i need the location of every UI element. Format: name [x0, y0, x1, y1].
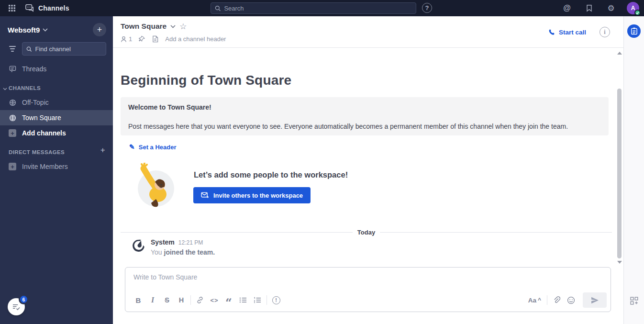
channel-header: Town Square ☆ 1	[113, 16, 623, 48]
message-sender[interactable]: System	[151, 238, 175, 246]
team-header[interactable]: Websoft9 +	[8, 23, 106, 36]
team-name: Websoft9	[8, 26, 40, 34]
global-search[interactable]	[211, 2, 416, 14]
emoji-smiley-icon	[567, 296, 575, 304]
product-switcher-icon[interactable]	[6, 2, 18, 14]
code-button[interactable]: <>	[207, 293, 222, 307]
favorite-star-icon[interactable]: ☆	[179, 22, 187, 31]
toolbar-divider	[547, 295, 547, 305]
sidebar-item-label: Threads	[22, 65, 46, 73]
at-icon: @	[563, 4, 571, 12]
channel-filter-button[interactable]	[6, 42, 19, 56]
formatting-toolbar: B I S H <> “	[131, 292, 607, 308]
sidebar-item-invite-members[interactable]: + Invite Members	[0, 159, 113, 174]
date-divider: Today	[121, 229, 612, 236]
list-check-icon	[12, 303, 21, 311]
channel-name: Town Square	[22, 114, 61, 122]
scroll-down-arrow[interactable]	[617, 261, 622, 264]
invite-heading: Let’s add some people to the workspace!	[194, 170, 348, 179]
onboarding-tasklist-button[interactable]: 6	[8, 298, 25, 315]
numbered-list-icon	[254, 297, 261, 303]
post-list: Beginning of Town Square Welcome to Town…	[113, 48, 616, 267]
caret-up-icon: ^	[538, 297, 541, 303]
message-priority-button[interactable]: !	[269, 293, 283, 307]
pinned-posts-button[interactable]	[139, 36, 145, 43]
search-icon	[215, 5, 221, 11]
playbooks-app-button[interactable]	[627, 24, 641, 38]
channel-title[interactable]: Town Square	[121, 22, 167, 31]
scroll-up-arrow[interactable]	[617, 52, 622, 55]
help-button[interactable]: ?	[422, 3, 432, 13]
toolbar-divider	[190, 295, 191, 305]
heading-button[interactable]: H	[174, 293, 189, 307]
sidebar-item-threads[interactable]: Threads	[0, 61, 113, 77]
message-input[interactable]	[133, 273, 602, 281]
strikethrough-button[interactable]: S	[160, 293, 174, 307]
start-call-button[interactable]: Start call	[548, 29, 586, 36]
bulleted-list-button[interactable]	[236, 293, 250, 307]
channel-purpose-card: Welcome to Town Square! Post messages he…	[121, 97, 609, 135]
add-direct-message-button[interactable]: +	[100, 145, 105, 155]
welcome-title: Welcome to Town Square!	[128, 103, 601, 111]
link-button[interactable]	[193, 293, 207, 307]
system-avatar	[132, 239, 145, 252]
category-channels[interactable]: CHANNELS	[0, 77, 113, 95]
search-input[interactable]	[224, 5, 412, 12]
settings-button[interactable]: ⚙	[605, 2, 617, 14]
plus-icon: +	[97, 25, 102, 35]
emoji-button[interactable]	[564, 293, 578, 307]
add-channel-header-link[interactable]: Add a channel header	[165, 35, 226, 43]
paperclip-icon	[553, 296, 560, 304]
date-label[interactable]: Today	[357, 229, 375, 236]
message-composer[interactable]: B I S H <> “	[125, 267, 611, 312]
attach-file-button[interactable]	[549, 293, 564, 307]
plus-square-icon: +	[9, 163, 16, 170]
sidebar-item-off-topic[interactable]: Off-Topic	[0, 95, 113, 110]
sidebar-item-town-square[interactable]: Town Square	[0, 110, 113, 125]
category-label: CHANNELS	[9, 85, 41, 91]
pencil-icon: ✎	[129, 143, 135, 151]
member-count-button[interactable]: 1	[121, 35, 132, 43]
italic-button[interactable]: I	[145, 293, 160, 307]
waving-person-illustration	[133, 163, 177, 209]
document-icon	[152, 35, 158, 43]
globe-icon	[9, 99, 16, 106]
sidebar-item-label: Invite Members	[22, 163, 68, 170]
toggle-formatting-button[interactable]: Aa ^	[524, 297, 545, 304]
help-icon: ?	[425, 4, 429, 11]
avatar-initial: A	[631, 5, 635, 11]
toolbar-divider	[266, 295, 267, 305]
channel-files-button[interactable]	[152, 35, 158, 43]
user-avatar[interactable]: A	[627, 2, 639, 14]
app-marketplace-button[interactable]	[630, 297, 638, 305]
bulleted-list-icon	[239, 297, 247, 303]
send-message-button[interactable]	[583, 292, 607, 308]
message-text: You joined the team.	[151, 248, 215, 256]
global-header: Channels ? @ ⚙ A	[0, 0, 644, 16]
find-channel-input[interactable]	[35, 45, 102, 53]
chevron-down-icon[interactable]	[170, 25, 176, 28]
quote-button[interactable]: “	[222, 293, 236, 307]
numbered-list-button[interactable]	[250, 293, 265, 307]
apps-plus-icon	[630, 297, 638, 305]
mattermost-app: Channels ? @ ⚙ A	[0, 0, 644, 324]
saved-posts-button[interactable]	[583, 2, 595, 14]
scrollbar-thumb[interactable]	[617, 89, 622, 258]
bold-button[interactable]: B	[131, 293, 145, 307]
post-list-scrollbar[interactable]	[616, 48, 623, 267]
invite-button-label: Invite others to the workspace	[213, 192, 303, 199]
globe-icon	[9, 114, 16, 122]
welcome-body: Post messages here that you want everyon…	[128, 123, 601, 130]
set-header-button[interactable]: ✎ Set a Header	[129, 143, 177, 151]
start-call-label: Start call	[559, 29, 586, 36]
channel-name: Off-Topic	[22, 99, 49, 106]
category-direct-messages[interactable]: DIRECT MESSAGES +	[0, 141, 113, 159]
find-channel-box[interactable]	[22, 42, 106, 56]
mentions-button[interactable]: @	[561, 2, 573, 14]
channel-info-button[interactable]: i	[600, 27, 610, 37]
invite-others-button[interactable]: Invite others to the workspace	[193, 187, 311, 203]
sidebar-item-add-channels[interactable]: + Add channels	[0, 125, 113, 141]
add-team-button[interactable]: +	[93, 23, 106, 36]
mattermost-logo-icon	[132, 239, 145, 252]
threads-icon	[9, 66, 16, 72]
